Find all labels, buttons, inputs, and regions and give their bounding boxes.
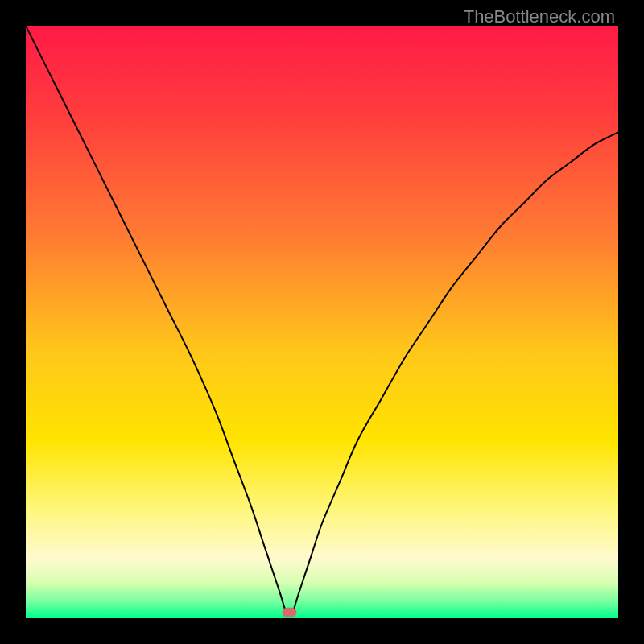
- plot-area: [26, 26, 618, 618]
- chart-svg: [26, 26, 618, 618]
- chart-container: TheBottleneck.com: [0, 0, 644, 644]
- gradient-background: [26, 26, 618, 618]
- minimum-marker: [283, 608, 297, 617]
- watermark-text: TheBottleneck.com: [464, 6, 615, 27]
